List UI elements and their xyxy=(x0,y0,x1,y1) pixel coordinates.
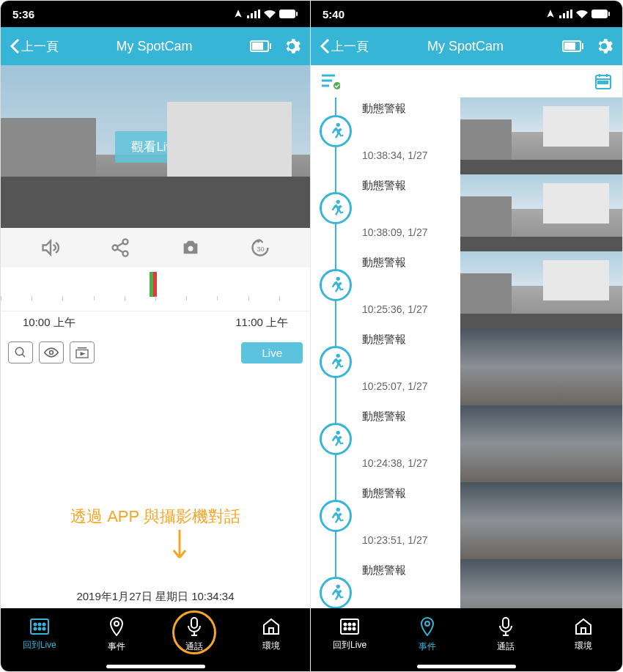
battery-status-icon[interactable] xyxy=(562,40,584,52)
svg-point-51 xyxy=(344,627,347,629)
event-row[interactable]: 動態警報10:38:34, 1/27 xyxy=(311,97,622,174)
svg-rect-3 xyxy=(258,10,260,18)
tab-pin[interactable]: 事件 xyxy=(388,608,466,661)
tab-label: 事件 xyxy=(419,640,436,653)
event-time: 10:23:51, 1/27 xyxy=(362,534,457,546)
pin-icon xyxy=(108,617,125,638)
event-row[interactable]: 動態警報10:38:09, 1/27 xyxy=(311,174,622,251)
signal-icon xyxy=(559,10,572,18)
status-bar: 5:36 xyxy=(1,1,310,27)
live-button[interactable]: Live xyxy=(241,342,303,363)
svg-rect-34 xyxy=(582,43,583,49)
svg-rect-28 xyxy=(567,11,569,18)
status-bar: 5:40 xyxy=(311,1,622,27)
video-preview[interactable]: 觀看Live xyxy=(1,65,310,228)
tab-label: 通話 xyxy=(497,640,515,653)
battery-icon xyxy=(279,10,298,18)
time-label-right: 11:00 上午 xyxy=(235,316,288,330)
grid-icon xyxy=(340,619,359,637)
camera-icon[interactable] xyxy=(180,237,201,258)
event-thumbnail[interactable] xyxy=(460,482,622,559)
tab-label: 回到Live xyxy=(333,639,366,651)
share-icon[interactable] xyxy=(110,237,130,258)
replay-icon[interactable]: 30 xyxy=(250,237,270,258)
tab-mic[interactable]: 通話 xyxy=(155,608,233,661)
back-button[interactable]: 上一頁 xyxy=(320,38,369,55)
motion-icon xyxy=(320,423,352,455)
tab-mic[interactable]: 通話 xyxy=(467,608,545,661)
event-thumbnail[interactable] xyxy=(460,559,622,608)
motion-icon xyxy=(320,500,352,532)
svg-point-14 xyxy=(15,347,23,355)
tab-label: 環境 xyxy=(575,640,592,652)
svg-rect-30 xyxy=(591,10,608,18)
time-axis: 10:00 上午 11:00 上午 xyxy=(1,311,310,336)
timeline[interactable] xyxy=(1,267,310,311)
event-thumbnail[interactable] xyxy=(460,405,622,482)
search-icon[interactable] xyxy=(8,341,33,363)
svg-point-46 xyxy=(336,585,340,588)
event-row[interactable]: 動態警報10:25:07, 1/27 xyxy=(311,328,622,405)
svg-rect-55 xyxy=(503,618,509,628)
back-button[interactable]: 上一頁 xyxy=(10,38,59,55)
speaker-icon[interactable] xyxy=(40,237,61,258)
svg-rect-26 xyxy=(559,15,561,18)
svg-point-15 xyxy=(50,351,54,355)
tab-grid[interactable]: 回到Live xyxy=(311,608,388,661)
event-thumbnail[interactable] xyxy=(460,97,622,174)
datetime-label: 2019年1月27日 星期日 10:34:34 xyxy=(1,590,310,604)
chevron-left-icon xyxy=(10,38,20,54)
status-indicators xyxy=(233,9,298,19)
event-time: 10:38:34, 1/27 xyxy=(362,149,457,161)
home-indicator[interactable] xyxy=(311,661,622,671)
event-title: 動態警報 xyxy=(362,410,457,424)
calendar-icon[interactable] xyxy=(594,73,612,90)
svg-rect-4 xyxy=(279,10,295,18)
back-label: 上一頁 xyxy=(21,38,59,55)
battery-status-icon[interactable] xyxy=(250,40,272,52)
tab-home[interactable]: 環境 xyxy=(545,608,622,661)
tab-grid[interactable]: 回到Live xyxy=(1,608,78,661)
event-time: 10:38:09, 1/27 xyxy=(362,226,457,238)
tab-home[interactable]: 環境 xyxy=(233,608,311,661)
wifi-icon xyxy=(264,10,276,18)
event-row[interactable]: 動態警報10:23:51, 1/27 xyxy=(311,482,622,559)
signal-icon xyxy=(247,10,260,18)
event-title: 動態警報 xyxy=(362,333,457,347)
home-indicator[interactable] xyxy=(1,661,310,671)
tab-pin[interactable]: 事件 xyxy=(78,608,156,661)
svg-point-42 xyxy=(336,277,340,281)
gear-icon[interactable] xyxy=(282,37,301,56)
tab-label: 環境 xyxy=(262,640,280,652)
svg-text:30: 30 xyxy=(257,245,265,253)
home-icon xyxy=(574,618,593,638)
eye-icon[interactable] xyxy=(39,341,64,363)
svg-rect-7 xyxy=(252,43,263,50)
svg-rect-33 xyxy=(564,43,575,50)
filter-icon[interactable] xyxy=(321,73,340,89)
event-thumbnail[interactable] xyxy=(460,251,622,328)
svg-rect-27 xyxy=(563,13,565,18)
svg-rect-0 xyxy=(247,15,249,18)
event-row[interactable]: 動態警報10:25:36, 1/27 xyxy=(311,251,622,328)
event-row[interactable]: 動態警報10:24:38, 1/27 xyxy=(311,405,622,482)
event-row[interactable]: 動態警報 xyxy=(311,559,622,608)
svg-point-24 xyxy=(114,621,119,626)
event-thumbnail[interactable] xyxy=(460,174,622,251)
svg-rect-29 xyxy=(570,10,572,18)
chevron-left-icon xyxy=(320,38,330,54)
gear-icon[interactable] xyxy=(594,37,613,56)
event-list[interactable]: 動態警報10:38:34, 1/27動態警報10:38:09, 1/27動態警報… xyxy=(311,97,622,608)
mic-icon xyxy=(498,617,514,638)
status-indicators xyxy=(545,9,611,19)
svg-point-35 xyxy=(333,82,340,89)
svg-rect-2 xyxy=(254,11,257,18)
playlist-icon[interactable] xyxy=(70,341,95,363)
svg-rect-17 xyxy=(31,619,48,634)
status-time: 5:36 xyxy=(12,8,34,21)
svg-point-23 xyxy=(43,627,45,629)
home-icon xyxy=(262,618,281,638)
svg-point-20 xyxy=(43,623,45,625)
grid-icon xyxy=(30,619,49,637)
event-thumbnail[interactable] xyxy=(460,328,622,405)
